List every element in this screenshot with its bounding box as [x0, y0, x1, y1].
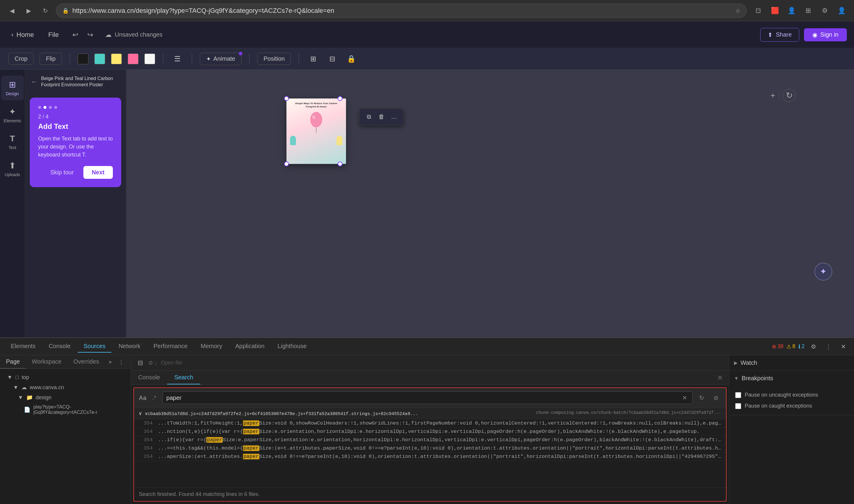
left-tabs-more-button[interactable]: »	[109, 359, 112, 365]
more-options-button[interactable]: …	[388, 111, 400, 123]
browser-forward-btn[interactable]: ▶	[23, 5, 35, 17]
devtools-close-button[interactable]: ✕	[837, 341, 849, 353]
extension3-icon[interactable]: ⊞	[802, 4, 815, 17]
pause-uncaught-checkbox[interactable]	[735, 392, 741, 398]
tab-memory[interactable]: Memory	[195, 340, 228, 353]
watch-header[interactable]: ▶ Watch	[729, 355, 854, 371]
toolbar-separator-3	[192, 54, 192, 64]
color-swatch-pink[interactable]	[128, 54, 138, 64]
regex-icon[interactable]: .*	[150, 393, 159, 402]
search-refresh-button[interactable]: ↻	[696, 392, 707, 403]
left-tab-page[interactable]: Page	[0, 355, 26, 368]
breakpoints-section: ▼ Breakpoints Pause on uncaught exceptio…	[729, 371, 854, 415]
browser-back-btn[interactable]: ◀	[6, 5, 18, 17]
breakpoints-header[interactable]: ▼ Breakpoints	[729, 371, 854, 386]
devtools-more-button[interactable]: ⋮	[822, 341, 834, 353]
flip-button[interactable]: Flip	[40, 53, 62, 65]
skip-tour-button[interactable]: Skip tour	[46, 166, 79, 179]
magic-button[interactable]: ✦	[820, 267, 826, 276]
watch-section: ▶ Watch	[729, 355, 854, 371]
pwa-icon[interactable]: ⊡	[752, 4, 765, 17]
tree-item-play[interactable]: 📄 play?type=TACQ-jGq9fY&category=tACZCs7…	[0, 402, 131, 417]
tab-lighthouse[interactable]: Lighthouse	[272, 340, 313, 353]
search-cancel-button[interactable]: ⊘	[711, 392, 721, 403]
console-tab-search[interactable]: Search	[167, 371, 200, 384]
tab-sources[interactable]: Sources	[78, 340, 111, 353]
result-line-2[interactable]: 354 ...nction(t,e){if(e){var r={paperSiz…	[134, 428, 726, 436]
search-clear-button[interactable]: ✕	[680, 394, 689, 402]
browser-reload-btn[interactable]: ↻	[39, 5, 51, 17]
extension1-icon[interactable]: 🟥	[768, 4, 781, 17]
tree-item-canva[interactable]: ▼ ☁ www.canva.cn	[0, 382, 131, 392]
sidebar-item-elements[interactable]: ✦ Elements	[1, 103, 24, 127]
copy-button[interactable]: ⧉	[363, 111, 375, 123]
file-tree-menu-button[interactable]: ⋮	[115, 355, 127, 368]
extension2-icon[interactable]: 👤	[785, 4, 798, 17]
url-input[interactable]	[72, 7, 732, 15]
position-button[interactable]: Position	[257, 53, 291, 65]
add-page-button[interactable]: +	[770, 91, 775, 100]
tab-console[interactable]: Console	[42, 340, 76, 353]
aa-font-icon[interactable]: Aa	[139, 395, 146, 401]
unsaved-changes-indicator: ☁ Unsaved changes	[105, 31, 162, 39]
extensions-icon[interactable]: ⚙	[818, 4, 831, 17]
source-tabs-bar: ⊟ ⚙ ↓ Open file	[131, 357, 729, 368]
tab-network[interactable]: Network	[112, 340, 146, 353]
home-button[interactable]: ‹ Home	[7, 21, 38, 48]
color-swatch-black[interactable]	[78, 54, 88, 64]
redo-button[interactable]: ↪	[84, 28, 97, 41]
tab-application[interactable]: Application	[229, 340, 271, 353]
console-close-button[interactable]: ✕	[711, 371, 729, 385]
result-line-4[interactable]: 354 ...==this.tag&&(this.model={paperSiz…	[134, 444, 726, 452]
undo-button[interactable]: ↩	[69, 28, 82, 41]
tab-elements[interactable]: Elements	[5, 340, 41, 353]
grid-icon-button[interactable]: ⊞	[307, 52, 320, 66]
devtools-left-tabs: Page Workspace Overrides » ⋮	[0, 355, 131, 369]
line-code-4: ...==this.tag&&(this.model={paperSize:(e…	[158, 445, 721, 451]
share-button[interactable]: ⬆ Share	[760, 28, 799, 42]
header-right: ⬆ Share ◉ Sign in	[760, 28, 847, 42]
sidebar-item-text[interactable]: T Text	[1, 130, 24, 154]
console-search-tabs: Console Search ✕	[131, 371, 729, 385]
left-tab-workspace[interactable]: Workspace	[26, 355, 68, 368]
search-input[interactable]	[167, 395, 678, 401]
panel-back-button[interactable]: ←	[31, 78, 37, 86]
color-swatch-teal[interactable]	[94, 54, 105, 64]
animate-button[interactable]: ✦ Animate	[200, 53, 242, 65]
folder-arrow-icon: ▼	[7, 374, 13, 380]
next-tour-button[interactable]: Next	[83, 166, 113, 179]
left-tab-overrides[interactable]: Overrides	[67, 355, 105, 368]
tree-item-design[interactable]: ▼ 📁 design	[0, 392, 131, 402]
selection-handle-tl	[284, 96, 289, 101]
result-line-1[interactable]: 354 ...tToWidth:1,fitToHeight:1,paperSiz…	[134, 419, 726, 428]
crop2-icon-button[interactable]: ⊟	[326, 52, 339, 66]
file-button[interactable]: File	[44, 21, 63, 48]
line-code-1: ...tToWidth:1,fitToHeight:1,paperSize:vo…	[158, 420, 721, 426]
tree-item-top[interactable]: ▼ □ top	[0, 373, 131, 382]
star-icon[interactable]: ☆	[735, 7, 740, 14]
color-swatch-white[interactable]	[144, 54, 155, 64]
poster-figures	[290, 136, 343, 145]
lines-icon-button[interactable]: ☰	[171, 52, 184, 66]
devtools-settings-button[interactable]: ⚙	[807, 341, 819, 353]
lock-icon-button[interactable]: 🔒	[345, 52, 358, 66]
pause-caught-checkbox[interactable]	[735, 403, 741, 409]
design-label: Design	[6, 91, 19, 96]
rotate-button[interactable]: ↻	[783, 89, 796, 102]
console-tab-console[interactable]: Console	[131, 371, 167, 384]
color-swatch-yellow[interactable]	[111, 54, 122, 64]
result-line-5[interactable]: 354 ...aperSize:(e=t.attributes.paperSiz…	[134, 452, 726, 461]
result-line-3[interactable]: 354 ...if(e){var r={paperSize:e.paperSiz…	[134, 436, 726, 444]
profile-icon[interactable]: 👤	[835, 4, 848, 17]
crop-button[interactable]: Crop	[8, 53, 34, 65]
elements-icon: ✦	[9, 107, 16, 116]
tour-heading: Add Text	[38, 122, 113, 131]
sidebar-item-design[interactable]: ⊞ Design	[1, 76, 24, 100]
sidebar-item-uploads[interactable]: ⬆ Uploads	[1, 157, 24, 181]
result-file-header[interactable]: ∨ ∨cbaab38d51a7d8d.js+c24d7d29fa972fe2.j…	[134, 408, 726, 419]
signin-button[interactable]: ◉ Sign in	[804, 28, 847, 41]
delete-button[interactable]: 🗑	[376, 111, 387, 123]
left-extra: »	[105, 355, 115, 368]
source-sidebar-toggle[interactable]: ⊟	[136, 357, 145, 368]
tab-performance[interactable]: Performance	[148, 340, 194, 353]
